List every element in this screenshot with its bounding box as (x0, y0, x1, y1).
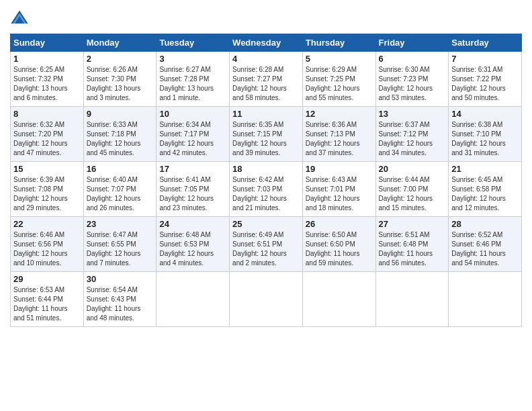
calendar-cell (375, 272, 449, 327)
calendar-cell (449, 272, 522, 327)
calendar-cell: 15Sunrise: 6:39 AMSunset: 7:08 PMDayligh… (11, 162, 84, 217)
calendar-cell: 27Sunrise: 6:51 AMSunset: 6:48 PMDayligh… (375, 217, 449, 272)
day-info: Sunrise: 6:27 AMSunset: 7:28 PMDaylight:… (159, 65, 226, 103)
calendar-header-row: SundayMondayTuesdayWednesdayThursdayFrid… (11, 34, 522, 52)
day-number: 11 (232, 109, 300, 119)
header-sunday: Sunday (11, 34, 84, 52)
day-info: Sunrise: 6:45 AMSunset: 6:58 PMDaylight:… (451, 175, 519, 213)
day-number: 3 (159, 54, 226, 64)
calendar-cell: 7Sunrise: 6:31 AMSunset: 7:22 PMDaylight… (449, 52, 522, 107)
header-friday: Friday (375, 34, 449, 52)
day-info: Sunrise: 6:44 AMSunset: 7:00 PMDaylight:… (379, 175, 446, 213)
day-number: 4 (232, 54, 300, 64)
day-number: 17 (159, 164, 226, 174)
day-info: Sunrise: 6:26 AMSunset: 7:30 PMDaylight:… (87, 65, 154, 103)
day-info: Sunrise: 6:39 AMSunset: 7:08 PMDaylight:… (13, 175, 81, 213)
day-info: Sunrise: 6:50 AMSunset: 6:50 PMDaylight:… (306, 230, 373, 268)
calendar-cell: 21Sunrise: 6:45 AMSunset: 6:58 PMDayligh… (449, 162, 522, 217)
day-info: Sunrise: 6:49 AMSunset: 6:51 PMDaylight:… (232, 230, 300, 268)
calendar-week-4: 22Sunrise: 6:46 AMSunset: 6:56 PMDayligh… (11, 217, 522, 272)
calendar-cell: 4Sunrise: 6:28 AMSunset: 7:27 PMDaylight… (230, 52, 303, 107)
day-info: Sunrise: 6:29 AMSunset: 7:25 PMDaylight:… (306, 65, 373, 103)
day-number: 16 (87, 164, 154, 174)
calendar-cell (230, 272, 303, 327)
calendar-cell (302, 272, 375, 327)
header-monday: Monday (83, 34, 157, 52)
calendar-cell: 19Sunrise: 6:43 AMSunset: 7:01 PMDayligh… (302, 162, 375, 217)
calendar-week-2: 8Sunrise: 6:32 AMSunset: 7:20 PMDaylight… (11, 107, 522, 162)
calendar-cell (157, 272, 230, 327)
day-info: Sunrise: 6:36 AMSunset: 7:13 PMDaylight:… (306, 120, 373, 158)
day-info: Sunrise: 6:32 AMSunset: 7:20 PMDaylight:… (13, 120, 81, 158)
logo-icon (10, 9, 29, 28)
calendar-cell: 2Sunrise: 6:26 AMSunset: 7:30 PMDaylight… (83, 52, 157, 107)
calendar-cell: 3Sunrise: 6:27 AMSunset: 7:28 PMDaylight… (157, 52, 230, 107)
calendar-cell: 17Sunrise: 6:41 AMSunset: 7:05 PMDayligh… (157, 162, 230, 217)
day-number: 10 (159, 109, 226, 119)
day-info: Sunrise: 6:37 AMSunset: 7:12 PMDaylight:… (379, 120, 446, 158)
day-info: Sunrise: 6:28 AMSunset: 7:27 PMDaylight:… (232, 65, 300, 103)
page: SundayMondayTuesdayWednesdayThursdayFrid… (0, 0, 532, 411)
day-info: Sunrise: 6:42 AMSunset: 7:03 PMDaylight:… (232, 175, 300, 213)
calendar-cell: 1Sunrise: 6:25 AMSunset: 7:32 PMDaylight… (11, 52, 84, 107)
day-number: 2 (87, 54, 154, 64)
day-number: 9 (87, 109, 154, 119)
day-info: Sunrise: 6:43 AMSunset: 7:01 PMDaylight:… (306, 175, 373, 213)
day-number: 18 (232, 164, 300, 174)
day-info: Sunrise: 6:34 AMSunset: 7:17 PMDaylight:… (159, 120, 226, 158)
calendar-cell: 5Sunrise: 6:29 AMSunset: 7:25 PMDaylight… (302, 52, 375, 107)
calendar-table: SundayMondayTuesdayWednesdayThursdayFrid… (10, 34, 522, 327)
calendar-cell: 9Sunrise: 6:33 AMSunset: 7:18 PMDaylight… (83, 107, 157, 162)
calendar-cell: 23Sunrise: 6:47 AMSunset: 6:55 PMDayligh… (83, 217, 157, 272)
day-number: 24 (159, 219, 226, 229)
day-number: 25 (232, 219, 300, 229)
day-info: Sunrise: 6:48 AMSunset: 6:53 PMDaylight:… (159, 230, 226, 268)
day-info: Sunrise: 6:53 AMSunset: 6:44 PMDaylight:… (13, 285, 81, 323)
logo (10, 7, 30, 28)
day-number: 8 (13, 109, 81, 119)
calendar-cell: 12Sunrise: 6:36 AMSunset: 7:13 PMDayligh… (302, 107, 375, 162)
calendar-cell: 18Sunrise: 6:42 AMSunset: 7:03 PMDayligh… (230, 162, 303, 217)
day-number: 21 (451, 164, 519, 174)
day-info: Sunrise: 6:33 AMSunset: 7:18 PMDaylight:… (87, 120, 154, 158)
calendar-week-1: 1Sunrise: 6:25 AMSunset: 7:32 PMDaylight… (11, 52, 522, 107)
day-number: 27 (379, 219, 446, 229)
day-number: 14 (451, 109, 519, 119)
day-number: 30 (87, 274, 154, 284)
header-wednesday: Wednesday (230, 34, 303, 52)
day-number: 20 (379, 164, 446, 174)
header-saturday: Saturday (449, 34, 522, 52)
calendar-cell: 13Sunrise: 6:37 AMSunset: 7:12 PMDayligh… (375, 107, 449, 162)
day-number: 7 (451, 54, 519, 64)
calendar-cell: 28Sunrise: 6:52 AMSunset: 6:46 PMDayligh… (449, 217, 522, 272)
calendar-week-5: 29Sunrise: 6:53 AMSunset: 6:44 PMDayligh… (11, 272, 522, 327)
calendar-cell: 30Sunrise: 6:54 AMSunset: 6:43 PMDayligh… (83, 272, 157, 327)
day-info: Sunrise: 6:30 AMSunset: 7:23 PMDaylight:… (379, 65, 446, 103)
day-number: 19 (306, 164, 373, 174)
day-info: Sunrise: 6:51 AMSunset: 6:48 PMDaylight:… (379, 230, 446, 268)
calendar-cell: 6Sunrise: 6:30 AMSunset: 7:23 PMDaylight… (375, 52, 449, 107)
day-number: 13 (379, 109, 446, 119)
calendar-cell: 8Sunrise: 6:32 AMSunset: 7:20 PMDaylight… (11, 107, 84, 162)
day-info: Sunrise: 6:38 AMSunset: 7:10 PMDaylight:… (451, 120, 519, 158)
calendar-cell: 10Sunrise: 6:34 AMSunset: 7:17 PMDayligh… (157, 107, 230, 162)
day-number: 28 (451, 219, 519, 229)
calendar-cell: 25Sunrise: 6:49 AMSunset: 6:51 PMDayligh… (230, 217, 303, 272)
day-number: 29 (13, 274, 81, 284)
calendar-cell: 29Sunrise: 6:53 AMSunset: 6:44 PMDayligh… (11, 272, 84, 327)
day-number: 15 (13, 164, 81, 174)
day-number: 22 (13, 219, 81, 229)
calendar-cell: 14Sunrise: 6:38 AMSunset: 7:10 PMDayligh… (449, 107, 522, 162)
day-number: 23 (87, 219, 154, 229)
day-info: Sunrise: 6:54 AMSunset: 6:43 PMDaylight:… (87, 285, 154, 323)
header-tuesday: Tuesday (157, 34, 230, 52)
calendar-cell: 11Sunrise: 6:35 AMSunset: 7:15 PMDayligh… (230, 107, 303, 162)
calendar-cell: 24Sunrise: 6:48 AMSunset: 6:53 PMDayligh… (157, 217, 230, 272)
day-info: Sunrise: 6:47 AMSunset: 6:55 PMDaylight:… (87, 230, 154, 268)
header (10, 7, 522, 28)
day-info: Sunrise: 6:25 AMSunset: 7:32 PMDaylight:… (13, 65, 81, 103)
day-number: 5 (306, 54, 373, 64)
calendar-cell: 20Sunrise: 6:44 AMSunset: 7:00 PMDayligh… (375, 162, 449, 217)
day-info: Sunrise: 6:40 AMSunset: 7:07 PMDaylight:… (87, 175, 154, 213)
day-number: 12 (306, 109, 373, 119)
